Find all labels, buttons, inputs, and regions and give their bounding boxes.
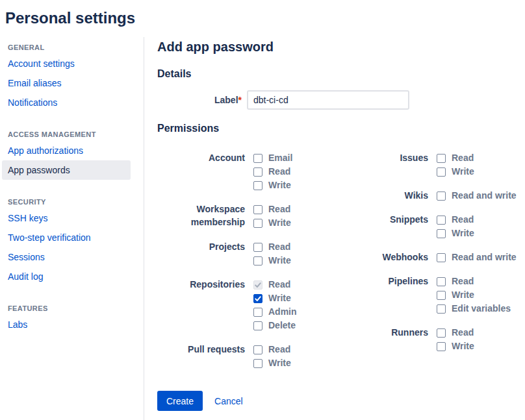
label-field-row: Label* [157, 90, 525, 110]
checkbox-icon[interactable] [253, 321, 262, 330]
permission-group-snippets: SnippetsReadWrite [364, 213, 525, 240]
sidebar-item-two-step-verification[interactable]: Two-step verification [2, 228, 131, 247]
sidebar-item-audit-log[interactable]: Audit log [2, 267, 131, 286]
checkbox-icon[interactable] [253, 167, 262, 177]
cancel-link[interactable]: Cancel [214, 396, 243, 406]
permission-option-wikis-read-and-write[interactable]: Read and write [437, 189, 517, 203]
checkbox-icon[interactable] [437, 291, 446, 300]
sidebar-item-labs[interactable]: Labs [2, 315, 131, 334]
sidebar-section-heading: SECURITY [2, 195, 131, 208]
checkbox-icon[interactable] [253, 256, 262, 266]
permission-group-runners: RunnersReadWrite [364, 326, 525, 353]
permission-options: ReadWriteEdit variables [437, 275, 511, 315]
checkbox-icon[interactable] [253, 308, 262, 317]
checkbox-icon[interactable] [437, 277, 446, 286]
permission-options: ReadWrite [437, 213, 474, 240]
sidebar-section-general: GENERALAccount settingsEmail aliasesNoti… [2, 41, 131, 112]
permission-options: ReadWrite [437, 326, 474, 353]
sidebar-item-app-passwords[interactable]: App passwords [2, 160, 131, 180]
create-button[interactable]: Create [157, 391, 203, 411]
permission-option-label: Write [452, 288, 474, 302]
permission-option-label: Write [452, 340, 474, 353]
form-title: Add app password [157, 38, 525, 55]
permission-option-repositories-write[interactable]: Write [253, 291, 297, 305]
sidebar-item-account-settings[interactable]: Account settings [2, 54, 131, 73]
permission-options: ReadWrite [253, 240, 291, 267]
permission-option-runners-write[interactable]: Write [437, 340, 474, 353]
permission-option-account-read[interactable]: Read [253, 165, 292, 179]
permission-option-label: Read [268, 203, 290, 216]
permission-option-account-email[interactable]: Email [253, 151, 292, 165]
permission-option-issues-read[interactable]: Read [437, 151, 474, 165]
permission-option-issues-write[interactable]: Write [437, 165, 474, 179]
checkbox-icon[interactable] [437, 328, 446, 338]
checkbox-icon[interactable] [437, 216, 446, 225]
permission-option-label: Write [268, 179, 291, 192]
permission-options: EmailReadWrite [253, 151, 292, 192]
checkbox-icon[interactable] [437, 253, 446, 262]
permission-option-pipelines-edit-variables[interactable]: Edit variables [437, 302, 511, 315]
sidebar-item-ssh-keys[interactable]: SSH keys [2, 208, 131, 228]
permission-option-snippets-read[interactable]: Read [437, 213, 474, 227]
check-glyph [254, 281, 262, 289]
permission-group-account: AccountEmailReadWrite [157, 151, 364, 192]
checkbox-icon[interactable] [253, 345, 262, 354]
permission-option-pull-requests-read[interactable]: Read [253, 343, 291, 356]
permission-option-pipelines-write[interactable]: Write [437, 288, 511, 302]
checkbox-icon[interactable] [253, 181, 262, 190]
page-title: Personal settings [0, 0, 525, 29]
permission-group-repositories: RepositoriesReadWriteAdminDelete [157, 278, 364, 332]
permission-group-label: Runners [364, 326, 437, 353]
permission-option-label: Write [268, 356, 291, 370]
checkbox-icon[interactable] [253, 154, 262, 163]
label-field-label-text: Label [214, 95, 238, 105]
checkbox-icon[interactable] [437, 342, 446, 351]
permission-option-workspace-membership-read[interactable]: Read [253, 203, 291, 216]
permission-option-workspace-membership-write[interactable]: Write [253, 216, 291, 230]
checkbox-checked-icon [253, 280, 262, 290]
permission-option-pull-requests-write[interactable]: Write [253, 356, 291, 370]
sidebar-section-access-management: ACCESS MANAGEMENTApp authorizationsApp p… [2, 128, 131, 180]
checkbox-icon[interactable] [437, 167, 446, 177]
permission-group-label: Account [157, 151, 253, 192]
permission-option-label: Read [452, 275, 474, 288]
sidebar-item-app-authorizations[interactable]: App authorizations [2, 141, 131, 160]
permission-option-pipelines-read[interactable]: Read [437, 275, 511, 288]
permissions-column-right: IssuesReadWriteWikisRead and writeSnippe… [364, 141, 525, 370]
checkbox-icon[interactable] [253, 205, 262, 214]
checkbox-icon[interactable] [437, 229, 446, 238]
sidebar-item-email-aliases[interactable]: Email aliases [2, 73, 131, 93]
permission-option-webhooks-read-and-write[interactable]: Read and write [437, 251, 517, 264]
checkbox-icon[interactable] [437, 191, 446, 201]
permission-group-label: Wikis [364, 189, 437, 203]
permissions-heading: Permissions [157, 123, 525, 134]
permission-option-snippets-write[interactable]: Write [437, 227, 474, 240]
checkbox-icon[interactable] [437, 304, 446, 314]
checkbox-icon[interactable] [253, 219, 262, 228]
sidebar-item-notifications[interactable]: Notifications [2, 93, 131, 112]
checkbox-icon[interactable] [437, 154, 446, 163]
permission-group-pipelines: PipelinesReadWriteEdit variables [364, 275, 525, 315]
permission-option-projects-write[interactable]: Write [253, 254, 291, 267]
permission-option-runners-read[interactable]: Read [437, 326, 474, 340]
permission-group-label: Pull requests [157, 343, 253, 370]
checkbox-icon[interactable] [253, 359, 262, 368]
label-field-label: Label* [157, 95, 247, 105]
permission-group-label: Projects [157, 240, 253, 267]
permission-option-repositories-admin[interactable]: Admin [253, 305, 297, 319]
permission-options: Read and write [437, 189, 517, 203]
checkbox-checked-icon[interactable] [253, 294, 262, 303]
label-input[interactable] [247, 90, 409, 110]
permission-option-label: Delete [268, 319, 296, 332]
permission-option-repositories-delete[interactable]: Delete [253, 319, 297, 332]
permission-option-label: Read [452, 151, 474, 165]
permission-group-label: Pipelines [364, 275, 437, 315]
checkbox-icon[interactable] [253, 243, 262, 252]
permission-option-label: Admin [268, 305, 297, 319]
sidebar-item-sessions[interactable]: Sessions [2, 247, 131, 267]
permission-options: ReadWrite [253, 203, 291, 230]
permission-option-projects-read[interactable]: Read [253, 240, 291, 254]
permission-option-label: Read [268, 165, 290, 179]
permission-option-account-write[interactable]: Write [253, 179, 292, 192]
sidebar-section-features: FEATURESLabs [2, 302, 131, 334]
